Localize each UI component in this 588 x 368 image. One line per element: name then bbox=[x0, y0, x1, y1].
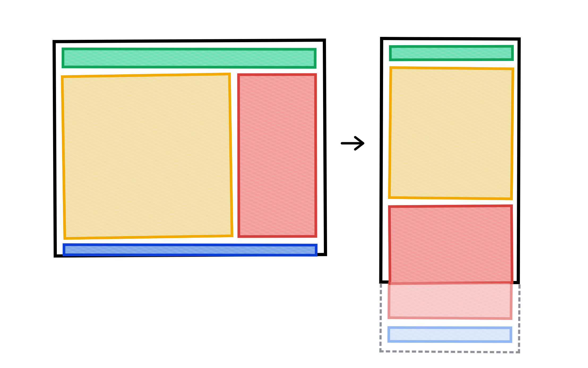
mobile-footer-overflow-block bbox=[388, 326, 512, 343]
responsive-layout-diagram: → bbox=[0, 0, 588, 368]
desktop-aside-block bbox=[237, 73, 317, 238]
mobile-aside-block bbox=[388, 204, 513, 285]
mobile-main-block bbox=[388, 66, 514, 200]
mobile-header-block bbox=[389, 45, 514, 61]
desktop-footer-block bbox=[63, 243, 317, 257]
mobile-overflow-region bbox=[379, 283, 521, 353]
desktop-main-block bbox=[61, 73, 233, 240]
desktop-viewport-frame bbox=[53, 38, 327, 257]
mobile-aside-overflow-block bbox=[388, 282, 513, 320]
mobile-viewport-frame bbox=[379, 37, 521, 284]
arrow-icon: → bbox=[340, 134, 366, 153]
desktop-header-block bbox=[62, 47, 316, 69]
